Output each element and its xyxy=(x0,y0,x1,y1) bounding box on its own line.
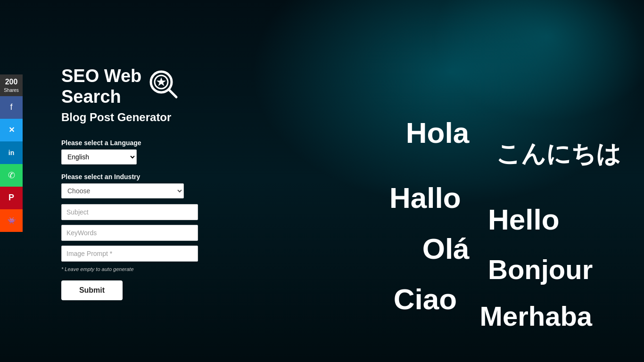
facebook-icon: f xyxy=(10,102,12,112)
floating-word-1: こんにちは xyxy=(496,138,621,171)
whatsapp-icon: ✆ xyxy=(8,170,15,181)
reddit-icon: 👾 xyxy=(8,217,16,224)
share-number: 200 xyxy=(2,77,21,87)
language-select[interactable]: English Spanish French German Portuguese… xyxy=(61,149,137,165)
floating-word-0: Hola xyxy=(406,116,469,149)
twitter-share-button[interactable]: ✕ xyxy=(0,119,23,141)
logo-area: SEO Web Search xyxy=(61,66,219,107)
keywords-input[interactable] xyxy=(61,225,198,241)
pinterest-icon: P xyxy=(8,193,14,203)
image-prompt-input[interactable] xyxy=(61,246,198,262)
floating-word-6: Ciao xyxy=(394,282,457,316)
subtitle: Blog Post Generator xyxy=(61,111,219,124)
logo-line1: SEO Web xyxy=(61,66,141,87)
svg-marker-3 xyxy=(157,77,166,86)
share-count-box: 200 Shares xyxy=(0,74,23,96)
floating-word-5: Bonjour xyxy=(488,254,593,285)
industry-select[interactable]: Choose Technology Healthcare Finance Edu… xyxy=(61,183,184,198)
language-label: Please select a Language xyxy=(61,139,219,147)
industry-label: Please select an Industry xyxy=(61,173,219,181)
left-panel: SEO Web Search Blog Post Generator Pleas… xyxy=(26,0,233,362)
floating-word-7: Merhaba xyxy=(480,300,593,332)
pinterest-share-button[interactable]: P xyxy=(0,187,23,209)
form-section: Please select a Language English Spanish… xyxy=(61,139,219,300)
logo-line2: Search xyxy=(61,87,141,107)
logo-icon xyxy=(147,68,181,104)
svg-line-1 xyxy=(169,90,176,97)
floating-word-3: Hello xyxy=(488,203,560,236)
logo-text: SEO Web Search xyxy=(61,66,141,107)
auto-note: * Leave empty to auto generate xyxy=(61,266,219,272)
linkedin-share-button[interactable]: in xyxy=(0,141,23,164)
floating-word-4: Olá xyxy=(422,232,470,265)
floating-word-2: Hallo xyxy=(389,181,461,214)
main-content: SEO Web Search Blog Post Generator Pleas… xyxy=(26,0,644,362)
linkedin-icon: in xyxy=(8,149,14,156)
share-label: Shares xyxy=(2,87,21,93)
submit-button[interactable]: Submit xyxy=(61,280,123,300)
share-sidebar: 200 Shares f ✕ in ✆ P 👾 xyxy=(0,74,23,232)
right-panel: HolaこんにちはHalloHelloOláBonjourCiaoMerhaba xyxy=(233,0,644,362)
reddit-share-button[interactable]: 👾 xyxy=(0,209,23,232)
facebook-share-button[interactable]: f xyxy=(0,96,23,119)
whatsapp-share-button[interactable]: ✆ xyxy=(0,164,23,187)
subject-input[interactable] xyxy=(61,204,198,220)
twitter-icon: ✕ xyxy=(8,125,15,134)
